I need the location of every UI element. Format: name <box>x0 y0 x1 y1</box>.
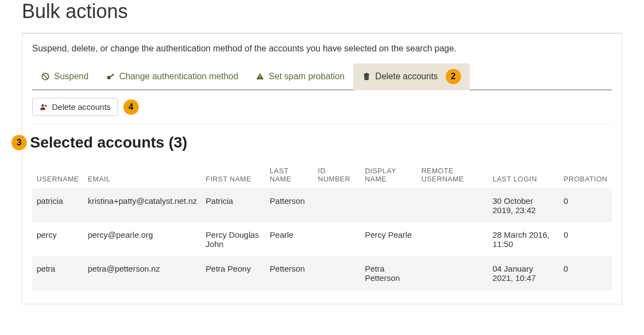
cell-display-name <box>361 189 417 222</box>
col-username: USERNAME <box>32 161 84 189</box>
cell-id-number <box>314 222 361 256</box>
delete-accounts-button[interactable]: Delete accounts <box>32 98 118 116</box>
selected-accounts-heading: Selected accounts (3) <box>30 134 187 151</box>
cell-last-login: 28 March 2016, 11:50 <box>488 222 559 256</box>
cell-last-name: Petterson <box>265 256 314 290</box>
cell-username: patricia <box>32 189 84 222</box>
section-badge: 3 <box>11 135 27 150</box>
cell-last-name: Pearle <box>265 222 314 256</box>
svg-rect-9 <box>365 76 366 79</box>
cell-last-name: Patterson <box>265 189 314 222</box>
svg-point-12 <box>42 104 44 107</box>
table-header-row: USERNAME EMAIL FIRST NAME LAST NAME ID N… <box>32 161 612 189</box>
col-remote-username: REMOTE USERNAME <box>417 161 488 189</box>
table-row: patricia kristina+patty@catalyst.net.nz … <box>32 189 612 222</box>
section-heading-row: 3 Selected accounts (3) <box>11 134 612 151</box>
svg-rect-8 <box>365 73 368 74</box>
tab-badge: 2 <box>446 69 461 84</box>
cell-id-number <box>314 256 361 290</box>
col-id-number: ID NUMBER <box>314 161 361 189</box>
svg-line-1 <box>43 74 48 79</box>
cell-last-login: 30 October 2019, 23:42 <box>488 189 559 222</box>
panel: Suspend, delete, or change the authentic… <box>22 33 622 304</box>
tab-label: Set spam probation <box>269 72 345 81</box>
cell-first-name: Percy Douglas John <box>202 222 265 256</box>
col-display-name: DISPLAY NAME <box>361 161 417 189</box>
ban-icon <box>41 72 50 81</box>
cell-remote-username <box>417 222 488 256</box>
cell-username: percy <box>32 222 84 256</box>
tab-label: Change authentication method <box>119 72 238 81</box>
cell-username: petra <box>32 256 84 290</box>
cell-email: kristina+patty@catalyst.net.nz <box>84 189 202 222</box>
tab-suspend[interactable]: Suspend <box>32 63 97 90</box>
table-row: percy percy@pearle.org Percy Douglas Joh… <box>32 222 612 256</box>
trash-icon <box>362 72 371 81</box>
tab-delete-accounts[interactable]: Delete accounts 2 <box>353 63 470 90</box>
description-text: Suspend, delete, or change the authentic… <box>32 44 612 54</box>
cell-first-name: Petra Peony <box>202 256 265 290</box>
action-badge: 4 <box>123 99 139 115</box>
cell-display-name: Petra Petterson <box>361 256 417 290</box>
action-bar: Delete accounts 4 <box>32 98 612 116</box>
page-title: Bulk actions <box>22 0 622 23</box>
accounts-table: USERNAME EMAIL FIRST NAME LAST NAME ID N… <box>32 161 612 290</box>
section-divider <box>32 124 612 124</box>
key-icon <box>106 72 115 81</box>
svg-rect-5 <box>259 75 260 78</box>
svg-rect-6 <box>259 78 260 79</box>
cell-email: percy@pearle.org <box>84 222 202 256</box>
col-probation: PROBATION <box>559 161 612 189</box>
warning-icon <box>256 72 264 81</box>
cell-remote-username <box>417 189 488 222</box>
cell-remote-username <box>417 256 488 290</box>
cell-display-name: Percy Pearle <box>361 222 417 256</box>
tab-spam-probation[interactable]: Set spam probation <box>247 63 353 90</box>
tab-change-auth[interactable]: Change authentication method <box>97 63 247 90</box>
svg-point-2 <box>107 76 111 80</box>
tab-label: Suspend <box>54 72 88 81</box>
col-first-name: FIRST NAME <box>202 161 265 189</box>
tabs: Suspend Change authentication method S <box>32 63 612 90</box>
svg-rect-10 <box>366 76 367 79</box>
cell-last-login: 04 January 2021, 10:47 <box>488 256 559 290</box>
cell-email: petra@petterson.nz <box>84 256 202 290</box>
col-email: EMAIL <box>84 161 202 189</box>
col-last-name: LAST NAME <box>265 161 314 189</box>
button-label: Delete accounts <box>52 102 111 111</box>
cell-probation: 0 <box>559 256 612 290</box>
cell-id-number <box>314 189 361 222</box>
user-remove-icon <box>39 103 48 111</box>
table-row: petra petra@petterson.nz Petra Peony Pet… <box>32 256 612 290</box>
tab-label: Delete accounts <box>375 72 438 81</box>
cell-first-name: Patricia <box>202 189 265 222</box>
cell-probation: 0 <box>559 222 612 256</box>
col-last-login: LAST LOGIN <box>488 161 559 189</box>
svg-rect-11 <box>367 76 368 79</box>
cell-probation: 0 <box>559 189 612 222</box>
